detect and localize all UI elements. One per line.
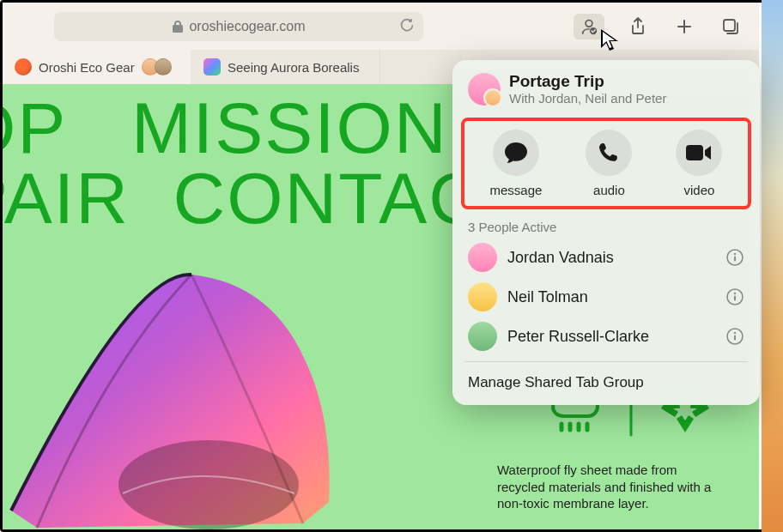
lock-icon — [172, 20, 184, 33]
person-row[interactable]: Neil Tolman — [452, 277, 760, 317]
favicon-icon — [203, 58, 221, 76]
avatar-icon — [468, 282, 497, 311]
shared-group-popover: Portage Trip With Jordan, Neil and Peter… — [452, 60, 760, 405]
toolbar: oroshiecogear.com — [3, 3, 759, 50]
active-count-label: 3 People Active — [452, 213, 760, 238]
person-row[interactable]: Peter Russell-Clarke — [452, 317, 760, 356]
message-button[interactable]: message — [490, 130, 543, 197]
tab-oroshi[interactable]: Oroshi Eco Gear — [3, 50, 191, 84]
popover-subtitle: With Jordan, Neil and Peter — [509, 91, 666, 106]
tab-aurora[interactable]: Seeing Aurora Borealis — [191, 50, 380, 84]
tab-participants-icon — [142, 58, 172, 76]
tab-label: Seeing Aurora Borealis — [228, 60, 359, 75]
new-tab-button[interactable] — [671, 14, 697, 39]
favicon-icon — [15, 58, 32, 76]
divider — [464, 361, 748, 362]
tab-label: Oroshi Eco Gear — [39, 60, 135, 75]
hero-heading: OP MISSION PAIR CONTACT — [3, 93, 528, 234]
tent-image — [3, 236, 355, 529]
avatar-icon — [468, 322, 497, 351]
svg-point-13 — [734, 332, 736, 334]
svg-rect-14 — [734, 336, 736, 341]
person-row[interactable]: Jordan Vadnais — [452, 238, 760, 277]
video-icon — [685, 143, 713, 162]
desktop-wallpaper-edge — [762, 0, 783, 532]
address-url: oroshiecogear.com — [189, 19, 305, 34]
cursor-icon — [599, 27, 622, 53]
svg-rect-5 — [686, 145, 703, 160]
svg-point-7 — [734, 253, 736, 255]
address-bar[interactable]: oroshiecogear.com — [54, 12, 423, 41]
reload-icon[interactable] — [399, 17, 415, 36]
info-icon[interactable] — [725, 287, 744, 306]
svg-point-10 — [734, 293, 736, 294]
svg-point-0 — [586, 20, 592, 27]
tab-overview-button[interactable] — [718, 14, 744, 39]
info-icon[interactable] — [725, 248, 744, 267]
popover-title: Portage Trip — [509, 72, 666, 91]
svg-rect-2 — [724, 20, 735, 31]
message-icon — [503, 141, 529, 165]
audio-button[interactable]: audio — [586, 130, 632, 197]
feature-text: Waterproof fly sheet made from recycled … — [497, 462, 716, 512]
phone-icon — [598, 142, 620, 164]
avatar-icon — [468, 243, 497, 272]
contact-action-row: message audio video — [461, 118, 751, 209]
group-avatar-icon — [468, 73, 501, 106]
svg-rect-11 — [734, 296, 736, 301]
svg-rect-8 — [734, 257, 736, 262]
info-icon[interactable] — [725, 327, 744, 346]
share-button[interactable] — [625, 14, 651, 39]
video-button[interactable]: video — [676, 130, 722, 197]
manage-shared-group-button[interactable]: Manage Shared Tab Group — [452, 367, 760, 400]
